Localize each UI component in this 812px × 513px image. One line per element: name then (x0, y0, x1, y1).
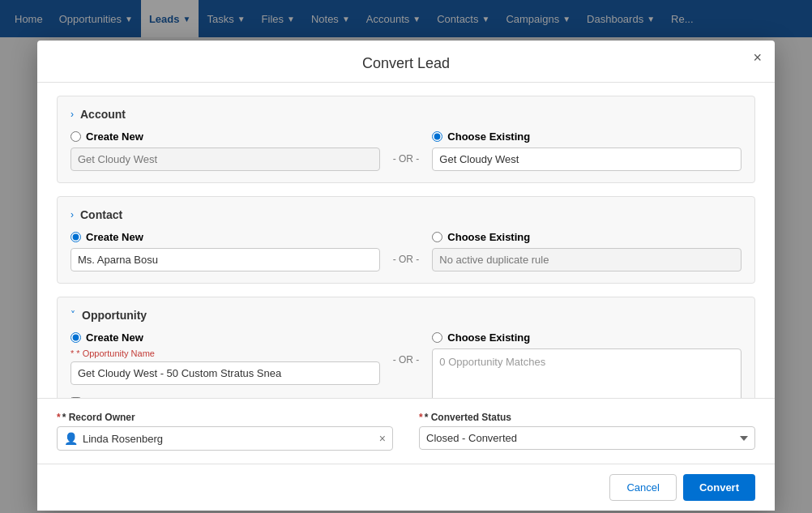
account-or-divider: - OR - (380, 130, 433, 165)
opportunity-matches-text: 0 Opportunity Matches (439, 356, 545, 368)
contact-or-divider: - OR - (380, 231, 433, 265)
converted-status-label: ** Converted Status (419, 412, 755, 423)
opportunity-choose-existing-label: Choose Existing (432, 331, 741, 344)
opportunity-choose-existing-radio[interactable] (432, 332, 442, 343)
opportunity-or-divider: - OR - (380, 331, 433, 366)
contact-section-title: Contact (80, 208, 153, 221)
account-create-new-label: Create New (71, 130, 380, 143)
opportunity-create-new-group: Create New * * Opportunity Name Don't cr… (71, 331, 380, 398)
modal-footer: Cancel Convert (37, 464, 775, 511)
modal-header: Convert Lead × (37, 41, 775, 83)
record-owner-field: ** Record Owner 👤 Linda Rosenberg × (57, 412, 393, 451)
opportunity-create-new-label: Create New (71, 331, 380, 344)
user-icon: 👤 (64, 432, 78, 445)
opportunity-options-row: Create New * * Opportunity Name Don't cr… (71, 331, 741, 398)
account-create-new-radio[interactable] (71, 131, 81, 142)
contact-create-new-label: Create New (71, 231, 380, 243)
converted-status-field: ** Converted Status Closed - Converted O… (419, 412, 755, 451)
account-choose-existing-label: Choose Existing (432, 130, 741, 143)
bottom-section: ** Record Owner 👤 Linda Rosenberg × ** C… (37, 398, 775, 464)
account-choose-existing-radio[interactable] (432, 131, 442, 142)
opportunity-section: ˅ Opportunity Create New * * Opportunity… (57, 297, 755, 398)
opportunity-section-title: Opportunity (82, 309, 155, 322)
opportunity-matches-box: 0 Opportunity Matches (432, 348, 741, 398)
modal-title: Convert Lead (362, 55, 450, 71)
account-section: › Account Create New - OR - (57, 96, 755, 183)
contact-section-header: › Contact (71, 208, 741, 221)
contact-create-new-group: Create New (71, 231, 380, 271)
cancel-button[interactable]: Cancel (609, 474, 676, 501)
contact-create-new-input[interactable] (71, 248, 380, 271)
contact-choose-existing-radio[interactable] (432, 232, 442, 242)
contact-choose-existing-input[interactable] (432, 248, 741, 271)
opportunity-create-new-radio[interactable] (71, 332, 81, 343)
record-owner-label: ** Record Owner (57, 412, 393, 423)
contact-choose-existing-label: Choose Existing (432, 231, 741, 243)
opportunity-choose-existing-group: Choose Existing 0 Opportunity Matches (432, 331, 741, 398)
modal-body: › Account Create New - OR - (37, 83, 775, 398)
account-toggle-icon[interactable]: › (71, 109, 74, 120)
contact-toggle-icon[interactable]: › (71, 209, 74, 220)
account-create-new-input[interactable] (71, 147, 380, 171)
contact-choose-existing-group: Choose Existing (432, 231, 741, 271)
convert-lead-modal: Convert Lead × › Account Create New (37, 41, 775, 511)
account-create-new-group: Create New (71, 130, 380, 171)
account-choose-existing-group: Choose Existing (432, 130, 741, 171)
converted-status-select[interactable]: Closed - Converted Open Working (419, 426, 755, 450)
convert-button[interactable]: Convert (683, 474, 755, 501)
contact-section: › Contact Create New - OR - (57, 196, 755, 284)
contact-options-row: Create New - OR - Choose Existing (71, 231, 741, 271)
account-section-title: Account (80, 108, 153, 121)
record-owner-value: Linda Rosenberg (83, 433, 374, 445)
contact-create-new-radio[interactable] (71, 232, 81, 242)
owner-clear-button[interactable]: × (379, 432, 386, 445)
modal-overlay: Convert Lead × › Account Create New (0, 0, 812, 513)
account-choose-existing-input[interactable] (432, 147, 741, 171)
modal-close-button[interactable]: × (753, 50, 762, 65)
account-section-header: › Account (71, 108, 741, 121)
account-options-row: Create New - OR - Choose Existing (71, 130, 741, 171)
opportunity-name-input[interactable] (71, 361, 380, 385)
opportunity-name-label: * * Opportunity Name (71, 348, 380, 358)
opportunity-toggle-icon[interactable]: ˅ (71, 310, 75, 321)
opportunity-section-header: ˅ Opportunity (71, 309, 741, 322)
record-owner-input[interactable]: 👤 Linda Rosenberg × (57, 426, 393, 451)
